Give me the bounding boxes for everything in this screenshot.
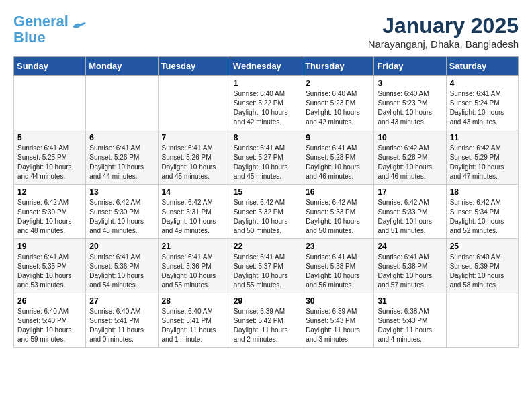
- calendar-cell: 14Sunrise: 6:42 AM Sunset: 5:31 PM Dayli…: [158, 185, 230, 239]
- day-info: Sunrise: 6:42 AM Sunset: 5:30 PM Dayligh…: [17, 198, 82, 236]
- day-info: Sunrise: 6:38 AM Sunset: 5:43 PM Dayligh…: [378, 307, 442, 345]
- day-info: Sunrise: 6:42 AM Sunset: 5:33 PM Dayligh…: [306, 198, 370, 236]
- calendar-cell: [86, 76, 158, 130]
- calendar-cell: 21Sunrise: 6:41 AM Sunset: 5:36 PM Dayli…: [158, 239, 230, 293]
- calendar-cell: 7Sunrise: 6:41 AM Sunset: 5:26 PM Daylig…: [158, 130, 230, 185]
- day-number: 24: [378, 242, 442, 251]
- day-info: Sunrise: 6:39 AM Sunset: 5:43 PM Dayligh…: [306, 307, 370, 345]
- day-number: 25: [450, 242, 515, 251]
- day-number: 19: [17, 242, 82, 251]
- calendar-cell: 2Sunrise: 6:40 AM Sunset: 5:23 PM Daylig…: [302, 76, 374, 130]
- day-number: 14: [162, 187, 226, 197]
- day-number: 2: [306, 79, 370, 88]
- day-info: Sunrise: 6:40 AM Sunset: 5:23 PM Dayligh…: [378, 89, 442, 127]
- day-info: Sunrise: 6:42 AM Sunset: 5:33 PM Dayligh…: [378, 198, 442, 236]
- calendar-cell: 26Sunrise: 6:40 AM Sunset: 5:40 PM Dayli…: [14, 293, 86, 348]
- day-number: 8: [234, 133, 298, 142]
- calendar-cell: 12Sunrise: 6:42 AM Sunset: 5:30 PM Dayli…: [14, 185, 86, 239]
- calendar-cell: 31Sunrise: 6:38 AM Sunset: 5:43 PM Dayli…: [374, 293, 446, 348]
- day-number: 28: [162, 296, 226, 306]
- day-number: 29: [234, 296, 298, 306]
- day-info: Sunrise: 6:40 AM Sunset: 5:23 PM Dayligh…: [306, 89, 370, 127]
- day-number: 22: [234, 242, 298, 251]
- day-info: Sunrise: 6:41 AM Sunset: 5:27 PM Dayligh…: [234, 144, 298, 181]
- day-number: 6: [89, 133, 154, 142]
- day-number: 11: [450, 133, 515, 142]
- day-number: 20: [89, 242, 154, 251]
- day-info: Sunrise: 6:41 AM Sunset: 5:36 PM Dayligh…: [162, 253, 226, 290]
- day-info: Sunrise: 6:40 AM Sunset: 5:40 PM Dayligh…: [17, 307, 82, 345]
- calendar-cell: [158, 76, 230, 130]
- day-number: 18: [450, 187, 515, 197]
- day-info: Sunrise: 6:41 AM Sunset: 5:38 PM Dayligh…: [378, 253, 442, 290]
- calendar-week-row: 1Sunrise: 6:40 AM Sunset: 5:22 PM Daylig…: [14, 76, 519, 130]
- day-info: Sunrise: 6:42 AM Sunset: 5:28 PM Dayligh…: [378, 144, 442, 181]
- calendar-week-row: 26Sunrise: 6:40 AM Sunset: 5:40 PM Dayli…: [14, 293, 519, 348]
- calendar-cell: 24Sunrise: 6:41 AM Sunset: 5:38 PM Dayli…: [374, 239, 446, 293]
- calendar-cell: 30Sunrise: 6:39 AM Sunset: 5:43 PM Dayli…: [302, 293, 374, 348]
- day-info: Sunrise: 6:41 AM Sunset: 5:38 PM Dayligh…: [306, 253, 370, 290]
- day-number: 27: [89, 296, 154, 306]
- logo: GeneralBlue: [13, 13, 86, 46]
- day-info: Sunrise: 6:40 AM Sunset: 5:39 PM Dayligh…: [450, 253, 515, 290]
- day-info: Sunrise: 6:40 AM Sunset: 5:41 PM Dayligh…: [162, 307, 226, 345]
- page-header: GeneralBlue January 2025 Narayanganj, Dh…: [13, 13, 519, 50]
- weekday-header-tuesday: Tuesday: [158, 57, 230, 76]
- calendar-cell: 11Sunrise: 6:42 AM Sunset: 5:29 PM Dayli…: [446, 130, 518, 185]
- day-number: 9: [306, 133, 370, 142]
- calendar-cell: 17Sunrise: 6:42 AM Sunset: 5:33 PM Dayli…: [374, 185, 446, 239]
- calendar-cell: 3Sunrise: 6:40 AM Sunset: 5:23 PM Daylig…: [374, 76, 446, 130]
- day-info: Sunrise: 6:42 AM Sunset: 5:30 PM Dayligh…: [89, 198, 154, 236]
- calendar-cell: 6Sunrise: 6:41 AM Sunset: 5:26 PM Daylig…: [86, 130, 158, 185]
- day-info: Sunrise: 6:42 AM Sunset: 5:34 PM Dayligh…: [450, 198, 515, 236]
- weekday-header-friday: Friday: [374, 57, 446, 76]
- logo-bird-icon: [71, 20, 86, 32]
- day-info: Sunrise: 6:41 AM Sunset: 5:28 PM Dayligh…: [306, 144, 370, 181]
- calendar-cell: 28Sunrise: 6:40 AM Sunset: 5:41 PM Dayli…: [158, 293, 230, 348]
- day-number: 4: [450, 79, 515, 88]
- calendar-cell: 15Sunrise: 6:42 AM Sunset: 5:32 PM Dayli…: [230, 185, 302, 239]
- title-block: January 2025 Narayanganj, Dhaka, Banglad…: [368, 13, 519, 50]
- calendar-cell: 5Sunrise: 6:41 AM Sunset: 5:25 PM Daylig…: [14, 130, 86, 185]
- calendar-cell: 27Sunrise: 6:40 AM Sunset: 5:41 PM Dayli…: [86, 293, 158, 348]
- day-number: 26: [17, 296, 82, 306]
- day-info: Sunrise: 6:42 AM Sunset: 5:29 PM Dayligh…: [450, 144, 515, 181]
- day-info: Sunrise: 6:41 AM Sunset: 5:35 PM Dayligh…: [17, 253, 82, 290]
- day-number: 31: [378, 296, 442, 306]
- day-number: 5: [17, 133, 82, 142]
- day-number: 13: [89, 187, 154, 197]
- weekday-header-wednesday: Wednesday: [230, 57, 302, 76]
- calendar-cell: 23Sunrise: 6:41 AM Sunset: 5:38 PM Dayli…: [302, 239, 374, 293]
- day-info: Sunrise: 6:40 AM Sunset: 5:41 PM Dayligh…: [89, 307, 154, 345]
- weekday-header-row: SundayMondayTuesdayWednesdayThursdayFrid…: [14, 57, 519, 76]
- calendar-cell: 29Sunrise: 6:39 AM Sunset: 5:42 PM Dayli…: [230, 293, 302, 348]
- day-info: Sunrise: 6:40 AM Sunset: 5:22 PM Dayligh…: [234, 89, 298, 127]
- day-number: 30: [306, 296, 370, 306]
- weekday-header-monday: Monday: [86, 57, 158, 76]
- day-info: Sunrise: 6:41 AM Sunset: 5:26 PM Dayligh…: [162, 144, 226, 181]
- day-number: 21: [162, 242, 226, 251]
- day-info: Sunrise: 6:41 AM Sunset: 5:37 PM Dayligh…: [234, 253, 298, 290]
- day-number: 17: [378, 187, 442, 197]
- weekday-header-thursday: Thursday: [302, 57, 374, 76]
- calendar-cell: 22Sunrise: 6:41 AM Sunset: 5:37 PM Dayli…: [230, 239, 302, 293]
- day-number: 15: [234, 187, 298, 197]
- calendar-cell: 8Sunrise: 6:41 AM Sunset: 5:27 PM Daylig…: [230, 130, 302, 185]
- calendar-cell: 9Sunrise: 6:41 AM Sunset: 5:28 PM Daylig…: [302, 130, 374, 185]
- day-info: Sunrise: 6:41 AM Sunset: 5:25 PM Dayligh…: [17, 144, 82, 181]
- calendar-cell: 4Sunrise: 6:41 AM Sunset: 5:24 PM Daylig…: [446, 76, 518, 130]
- month-year: January 2025: [368, 13, 519, 38]
- day-info: Sunrise: 6:42 AM Sunset: 5:32 PM Dayligh…: [234, 198, 298, 236]
- calendar-week-row: 19Sunrise: 6:41 AM Sunset: 5:35 PM Dayli…: [14, 239, 519, 293]
- day-info: Sunrise: 6:41 AM Sunset: 5:36 PM Dayligh…: [89, 253, 154, 290]
- calendar-cell: [446, 293, 518, 348]
- calendar-cell: 16Sunrise: 6:42 AM Sunset: 5:33 PM Dayli…: [302, 185, 374, 239]
- day-number: 12: [17, 187, 82, 197]
- calendar-week-row: 5Sunrise: 6:41 AM Sunset: 5:25 PM Daylig…: [14, 130, 519, 185]
- weekday-header-saturday: Saturday: [446, 57, 518, 76]
- day-number: 10: [378, 133, 442, 142]
- calendar-cell: 18Sunrise: 6:42 AM Sunset: 5:34 PM Dayli…: [446, 185, 518, 239]
- day-info: Sunrise: 6:42 AM Sunset: 5:31 PM Dayligh…: [162, 198, 226, 236]
- day-info: Sunrise: 6:41 AM Sunset: 5:26 PM Dayligh…: [89, 144, 154, 181]
- weekday-header-sunday: Sunday: [14, 57, 86, 76]
